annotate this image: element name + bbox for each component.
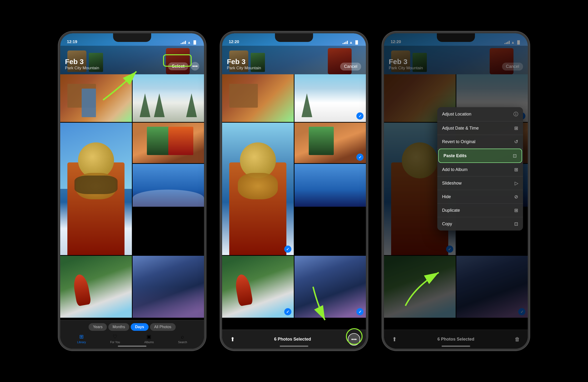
tab-all-photos[interactable]: All Photos bbox=[150, 323, 176, 331]
duplicate-icon: ⊞ bbox=[514, 208, 518, 213]
status-icons-1: ▲ ▐▌ bbox=[181, 40, 197, 44]
photo-cell-2c[interactable] bbox=[222, 123, 294, 255]
wifi-icon-2: ▲ bbox=[349, 40, 353, 44]
menu-item-add-to-album[interactable]: Add to Album ⊞ bbox=[437, 163, 523, 176]
nav-albums[interactable]: ▣ Albums bbox=[144, 334, 154, 344]
phone-1: 12:19 ▲ ▐▌ bbox=[58, 31, 206, 351]
photo-cell-2d[interactable] bbox=[294, 123, 366, 163]
tab-days[interactable]: Days bbox=[131, 323, 148, 331]
signal-icon-2 bbox=[343, 41, 348, 44]
check-2f bbox=[284, 308, 291, 315]
tab-months[interactable]: Months bbox=[108, 323, 129, 331]
library-label: Library bbox=[77, 340, 86, 344]
tab-bar-1: Years Months Days All Photos ⊞ Library ♡… bbox=[60, 320, 204, 349]
photo-cell-1f[interactable] bbox=[60, 256, 132, 318]
home-indicator-2 bbox=[280, 346, 308, 347]
slideshow-icon: ▷ bbox=[515, 180, 518, 186]
menu-item-hide[interactable]: Hide ⊘ bbox=[437, 190, 523, 204]
status-icons-2: ▲ ▐▌ bbox=[343, 40, 359, 44]
select-button[interactable]: Select bbox=[168, 63, 188, 70]
wifi-icon: ▲ bbox=[187, 40, 191, 44]
header-location-2: Park City Mountain bbox=[227, 66, 261, 70]
for-you-icon: ♡ bbox=[113, 334, 117, 340]
for-you-label: For You bbox=[110, 340, 120, 344]
photo-cell-1b[interactable] bbox=[133, 74, 204, 122]
nav-library[interactable]: ⊞ Library bbox=[77, 334, 86, 344]
cancel-button-2[interactable]: Cancel bbox=[340, 63, 361, 70]
photo-cell-1e[interactable] bbox=[133, 164, 204, 207]
notch bbox=[113, 33, 151, 42]
photo-cell-2a[interactable] bbox=[222, 74, 294, 122]
home-indicator-1 bbox=[118, 346, 147, 347]
menu-item-duplicate[interactable]: Duplicate ⊞ bbox=[437, 204, 523, 217]
phone-3: 12:20 ▲ ▐▌ bbox=[382, 31, 530, 351]
photos-grid-1 bbox=[60, 74, 204, 318]
photos-grid-2 bbox=[222, 74, 366, 318]
add-to-album-icon: ⊞ bbox=[514, 167, 518, 172]
share-button-2[interactable]: ⬆ bbox=[228, 335, 237, 344]
time-2: 12:20 bbox=[229, 40, 239, 44]
photo-cell-2b[interactable] bbox=[294, 74, 366, 122]
menu-item-slideshow[interactable]: Slideshow ▷ bbox=[437, 176, 523, 190]
revert-icon: ↺ bbox=[514, 139, 518, 145]
context-menu: Adjust Location ⓘ Adjust Date & Time ⊞ R… bbox=[437, 107, 523, 231]
hide-icon: ⊘ bbox=[514, 194, 518, 200]
search-label: Search bbox=[178, 340, 187, 344]
photo-cell-2e[interactable] bbox=[294, 164, 366, 207]
selected-count-2: 6 Photos Selected bbox=[274, 337, 311, 342]
check-2c bbox=[284, 246, 291, 253]
library-icon: ⊞ bbox=[79, 334, 84, 340]
tab-years[interactable]: Years bbox=[88, 323, 107, 331]
albums-icon: ▣ bbox=[147, 334, 151, 340]
paste-icon: ⊡ bbox=[513, 153, 517, 159]
menu-item-copy[interactable]: Copy ⊡ bbox=[437, 217, 523, 231]
photo-cell-1g[interactable] bbox=[133, 256, 204, 318]
signal-icon bbox=[181, 41, 186, 44]
photo-cell-1c[interactable] bbox=[60, 123, 132, 255]
notch-2 bbox=[275, 33, 313, 42]
photo-cell-1a[interactable] bbox=[60, 74, 132, 122]
copy-icon: ⊡ bbox=[514, 221, 518, 227]
calendar-icon: ⊞ bbox=[514, 125, 518, 131]
photo-header-2: Feb 3 Park City Mountain Cancel bbox=[222, 46, 366, 74]
photo-cell-2g[interactable] bbox=[294, 256, 366, 318]
check-2d bbox=[356, 154, 363, 161]
header-date-2: Feb 3 bbox=[227, 58, 261, 66]
photo-header-1: Feb 3 Park City Mountain Select ••• bbox=[60, 46, 204, 74]
time-1: 12:19 bbox=[67, 40, 77, 44]
home-indicator-3 bbox=[441, 346, 470, 347]
menu-item-adjust-location[interactable]: Adjust Location ⓘ bbox=[437, 107, 523, 122]
header-location-1: Park City Mountain bbox=[65, 66, 99, 70]
check-2g bbox=[356, 308, 363, 315]
battery-icon: ▐▌ bbox=[192, 40, 197, 44]
location-icon: ⓘ bbox=[513, 111, 518, 117]
menu-item-revert[interactable]: Revert to Original ↺ bbox=[437, 135, 523, 149]
more-button-1[interactable]: ••• bbox=[191, 62, 199, 70]
header-date-1: Feb 3 bbox=[65, 58, 99, 66]
more-dots-button-2[interactable]: ••• bbox=[348, 333, 360, 346]
photo-cell-2f[interactable] bbox=[222, 256, 294, 318]
nav-search[interactable]: ⌕ Search bbox=[178, 334, 187, 344]
menu-item-paste-edits[interactable]: Paste Edits ⊡ bbox=[438, 149, 522, 163]
nav-for-you[interactable]: ♡ For You bbox=[110, 334, 120, 344]
menu-item-adjust-date[interactable]: Adjust Date & Time ⊞ bbox=[437, 122, 523, 135]
albums-label: Albums bbox=[144, 340, 154, 344]
check-2b bbox=[356, 112, 363, 120]
phone-2: 12:20 ▲ ▐▌ bbox=[220, 31, 368, 351]
search-icon: ⌕ bbox=[181, 334, 184, 340]
photo-cell-1d[interactable] bbox=[133, 123, 204, 163]
battery-icon-2: ▐▌ bbox=[354, 40, 359, 44]
